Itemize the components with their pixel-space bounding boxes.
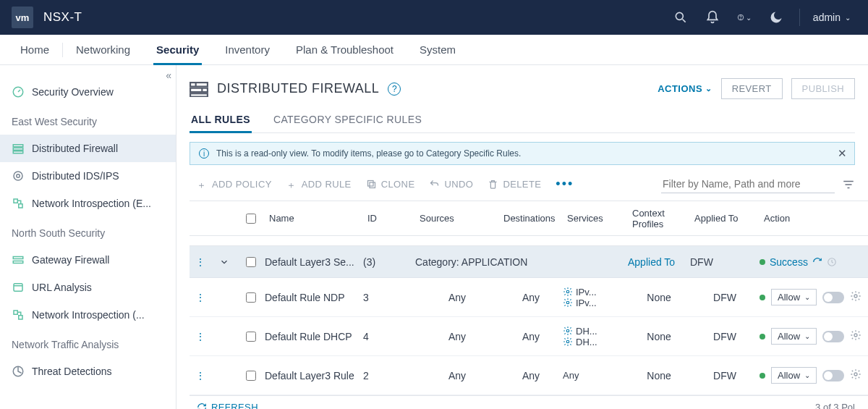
gear-icon[interactable] <box>850 290 861 304</box>
col-id[interactable]: ID <box>363 210 415 227</box>
gear-icon <box>563 287 573 297</box>
rules-table: Name ID Sources Destinations Services Co… <box>190 201 868 409</box>
gear-icon <box>563 326 573 336</box>
sidebar-item-network-introspection-ew[interactable]: Network Introspection (E... <box>0 190 176 217</box>
vmware-logo: vm <box>12 7 33 28</box>
revert-button[interactable]: REVERT <box>721 78 783 99</box>
action-select[interactable]: Allow⌄ <box>771 289 817 305</box>
username: admin <box>813 12 841 23</box>
sidebar-item-distributed-firewall[interactable]: Distributed Firewall <box>0 135 176 162</box>
drag-handle-icon[interactable]: ⋮ <box>190 331 211 342</box>
search-icon[interactable] <box>673 10 688 25</box>
actions-menu[interactable]: ACTIONS ⌄ <box>658 83 712 94</box>
service-value: Any <box>563 370 628 381</box>
row-checkbox[interactable] <box>246 292 256 303</box>
nav-tab-home[interactable]: Home <box>7 35 62 64</box>
rule-toggle[interactable] <box>822 331 844 342</box>
sidebar: « Security Overview East West Security D… <box>0 65 176 409</box>
rule-services: DH...DH... <box>563 326 628 347</box>
rule-services: IPv...IPv... <box>563 287 628 308</box>
expand-caret-icon[interactable] <box>211 257 237 267</box>
rule-toggle[interactable] <box>822 292 844 303</box>
svg-rect-16 <box>19 316 22 319</box>
col-sources[interactable]: Sources <box>415 210 499 227</box>
row-checkbox[interactable] <box>246 332 256 342</box>
col-action[interactable]: Action <box>760 210 868 227</box>
policy-section-row[interactable]: ⋮ Default Layer3 Se... (3) Category: APP… <box>190 246 868 278</box>
action-select[interactable]: Allow⌄ <box>771 367 817 384</box>
bell-icon[interactable] <box>705 10 720 25</box>
col-applied-to[interactable]: Applied To <box>690 210 760 227</box>
col-context-profiles[interactable]: Context Profiles <box>628 205 690 232</box>
more-menu[interactable]: ••• <box>556 177 574 192</box>
drag-handle-icon[interactable]: ⋮ <box>190 256 211 268</box>
svg-rect-24 <box>367 181 373 187</box>
select-all-checkbox[interactable] <box>246 214 256 224</box>
action-select[interactable]: Allow⌄ <box>771 328 817 345</box>
add-rule-button[interactable]: ＋ADD RULE <box>286 179 352 190</box>
service-value: DH... <box>563 326 628 337</box>
service-value: DH... <box>563 337 628 347</box>
help-icon[interactable]: ? <box>388 83 401 96</box>
status-dot-icon <box>760 295 765 300</box>
user-menu[interactable]: admin ⌄ <box>813 12 851 23</box>
gear-icon[interactable] <box>850 329 861 343</box>
nav-tab-networking[interactable]: Networking <box>63 35 143 64</box>
section-checkbox[interactable] <box>246 257 256 267</box>
drag-handle-icon[interactable]: ⋮ <box>190 292 211 303</box>
refresh-button[interactable]: REFRESH <box>197 402 258 409</box>
col-name[interactable]: Name <box>265 210 363 227</box>
sidebar-item-url-analysis[interactable]: URL Analysis <box>0 274 176 301</box>
toolbar-label: ADD RULE <box>302 179 352 190</box>
drag-handle-icon[interactable]: ⋮ <box>190 370 211 381</box>
svg-rect-12 <box>13 257 23 259</box>
sidebar-item-label: Security Overview <box>32 86 114 98</box>
gear-icon[interactable] <box>850 368 861 382</box>
chevron-down-icon: ⌄ <box>705 84 712 93</box>
sidebar-item-threat-detections[interactable]: Threat Detections <box>0 358 176 385</box>
dark-mode-icon[interactable] <box>769 10 783 25</box>
help-icon[interactable]: ⌄ <box>737 10 752 25</box>
svg-point-3 <box>741 19 741 20</box>
subtab-category-specific[interactable]: CATEGORY SPECIFIC RULES <box>272 109 423 132</box>
add-policy-button[interactable]: ＋ADD POLICY <box>197 179 272 190</box>
clone-button[interactable]: CLONE <box>366 179 415 190</box>
col-destinations[interactable]: Destinations <box>499 210 563 227</box>
nav-tab-security[interactable]: Security <box>143 35 212 64</box>
nav-tab-system[interactable]: System <box>407 35 469 64</box>
top-bar: vm NSX-T ⌄ admin ⌄ <box>0 0 868 35</box>
table-row[interactable]: ⋮ Default Rule DHCP 4 Any Any DH...DH...… <box>190 317 868 356</box>
sidebar-item-network-introspection-ns[interactable]: Network Introspection (... <box>0 301 176 329</box>
rule-destinations: Any <box>499 331 563 342</box>
filter-icon[interactable] <box>842 178 855 191</box>
table-row[interactable]: ⋮ Default Layer3 Rule 2 Any Any Any None… <box>190 356 868 395</box>
svg-rect-13 <box>13 261 23 263</box>
refresh-icon[interactable] <box>812 257 822 267</box>
sidebar-item-label: Distributed IDS/IPS <box>32 170 119 182</box>
sidebar-item-security-overview[interactable]: Security Overview <box>0 78 176 106</box>
sidebar-item-gateway-firewall[interactable]: Gateway Firewall <box>0 246 176 274</box>
applied-to-link[interactable]: Applied To <box>628 256 675 268</box>
sidebar-collapse-icon[interactable]: « <box>166 69 171 81</box>
subtab-all-rules[interactable]: ALL RULES <box>190 109 252 132</box>
sidebar-item-label: Gateway Firewall <box>32 254 109 266</box>
publish-button[interactable]: PUBLISH <box>791 78 855 99</box>
gear-icon <box>563 337 573 347</box>
svg-rect-7 <box>13 151 23 153</box>
rule-toggle[interactable] <box>822 370 844 381</box>
nav-tab-inventory[interactable]: Inventory <box>212 35 283 64</box>
firewall-icon <box>12 142 25 155</box>
toolbar-label: DELETE <box>503 179 541 190</box>
table-row[interactable]: ⋮ Default Rule NDP 3 Any Any IPv...IPv..… <box>190 278 868 317</box>
sidebar-item-distributed-ids-ips[interactable]: Distributed IDS/IPS <box>0 162 176 190</box>
filter-input[interactable] <box>661 175 835 193</box>
col-services[interactable]: Services <box>563 210 628 227</box>
rule-profiles: None <box>628 370 690 381</box>
close-icon[interactable]: ✕ <box>838 147 847 160</box>
undo-button[interactable]: UNDO <box>429 179 473 190</box>
delete-button[interactable]: DELETE <box>488 179 541 190</box>
nav-tab-plan-troubleshoot[interactable]: Plan & Troubleshoot <box>283 35 407 64</box>
toolbar-label: CLONE <box>381 179 415 190</box>
product-name: NSX-T <box>43 10 82 25</box>
row-checkbox[interactable] <box>246 371 256 381</box>
